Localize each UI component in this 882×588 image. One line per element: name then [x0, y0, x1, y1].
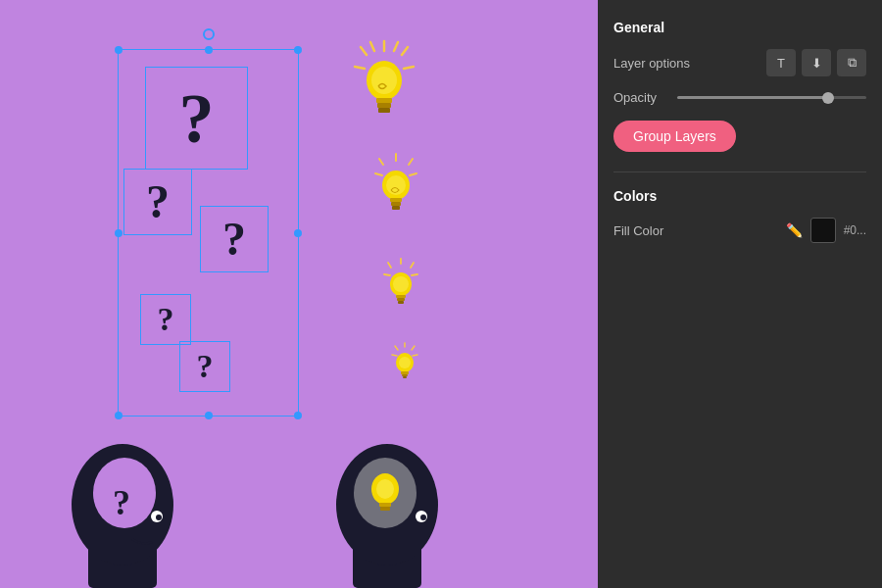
svg-line-35	[395, 346, 398, 350]
svg-line-2	[404, 67, 414, 69]
handle-br[interactable]	[294, 412, 302, 419]
right-panel: General Layer options T ⬇ ⧉ Opacity Grou…	[598, 0, 882, 588]
svg-line-33	[412, 346, 415, 350]
svg-line-23	[411, 263, 414, 268]
layer-options-label: Layer options	[613, 56, 690, 71]
svg-line-13	[409, 159, 413, 165]
svg-rect-29	[396, 295, 406, 298]
opacity-row: Opacity	[613, 90, 866, 105]
layer-options-row: Layer options T ⬇ ⧉	[613, 49, 866, 76]
opacity-slider[interactable]	[677, 96, 866, 99]
rotate-handle[interactable]	[203, 28, 215, 40]
svg-point-52	[376, 479, 394, 499]
svg-line-3	[361, 47, 367, 55]
svg-line-34	[413, 355, 417, 356]
handle-tr[interactable]	[294, 46, 302, 54]
svg-point-56	[420, 514, 426, 520]
svg-line-1	[402, 47, 408, 55]
svg-line-4	[355, 67, 365, 69]
svg-point-47	[156, 514, 162, 520]
head-right	[318, 407, 456, 588]
layer-options-icons: T ⬇ ⧉	[766, 49, 866, 76]
svg-line-6	[394, 42, 398, 51]
svg-rect-21	[392, 206, 400, 210]
svg-rect-40	[402, 374, 408, 376]
svg-rect-54	[380, 507, 390, 511]
svg-point-8	[371, 67, 397, 94]
copy-icon-button[interactable]: ⧉	[837, 49, 866, 76]
svg-text:?: ?	[113, 483, 130, 522]
svg-line-36	[392, 355, 397, 356]
svg-rect-20	[391, 202, 401, 206]
fill-color-swatch[interactable]	[810, 218, 836, 243]
colors-section: Colors Fill Color ✏️ #0...	[613, 188, 866, 243]
bulb-small	[382, 257, 419, 314]
fill-color-row: Fill Color ✏️ #0...	[613, 218, 866, 243]
svg-rect-31	[398, 301, 404, 304]
svg-rect-41	[403, 376, 407, 378]
bulb-medium	[372, 152, 419, 222]
brush-icon[interactable]: ✏️	[786, 222, 803, 238]
question-mark-1[interactable]: ?	[145, 67, 248, 170]
svg-point-38	[399, 357, 411, 368]
head-left: ?	[54, 407, 191, 588]
fill-color-hex: #0...	[844, 223, 866, 237]
handle-mr[interactable]	[294, 229, 302, 237]
svg-line-15	[379, 159, 383, 165]
svg-line-26	[384, 274, 390, 275]
canvas-area: ? ? ? ? ?	[0, 0, 598, 588]
question-mark-3[interactable]: ?	[200, 206, 269, 272]
bulb-large	[353, 39, 416, 131]
bulb-tiny	[390, 341, 419, 388]
svg-rect-30	[397, 298, 405, 301]
fill-color-label: Fill Color	[613, 223, 663, 238]
opacity-label: Opacity	[613, 90, 667, 105]
svg-line-16	[375, 173, 382, 175]
colors-title: Colors	[613, 188, 866, 204]
svg-point-28	[393, 276, 409, 292]
handle-tl[interactable]	[115, 46, 122, 54]
question-mark-5[interactable]: ?	[179, 341, 230, 392]
handle-ml[interactable]	[115, 229, 122, 237]
svg-rect-10	[377, 103, 391, 108]
svg-line-14	[410, 173, 416, 175]
divider	[613, 172, 866, 172]
general-title: General	[613, 20, 866, 35]
svg-rect-9	[376, 98, 392, 103]
group-layers-button[interactable]: Group Layers	[613, 121, 736, 152]
copy-icon: ⧉	[848, 55, 857, 71]
question-mark-2[interactable]: ?	[123, 169, 192, 235]
text-icon-button[interactable]: T	[766, 49, 796, 76]
svg-rect-19	[390, 198, 402, 202]
download-icon-button[interactable]: ⬇	[802, 49, 831, 76]
handle-tc[interactable]	[205, 46, 213, 54]
svg-rect-39	[401, 371, 409, 374]
svg-line-25	[388, 263, 391, 268]
text-icon: T	[777, 56, 785, 71]
svg-rect-53	[379, 503, 391, 507]
fill-color-right: ✏️ #0...	[786, 218, 866, 243]
question-mark-4[interactable]: ?	[140, 294, 191, 345]
svg-line-5	[370, 42, 374, 51]
handle-bc[interactable]	[205, 412, 213, 419]
svg-rect-11	[378, 108, 390, 113]
download-icon: ⬇	[811, 56, 822, 71]
svg-line-24	[412, 274, 417, 275]
